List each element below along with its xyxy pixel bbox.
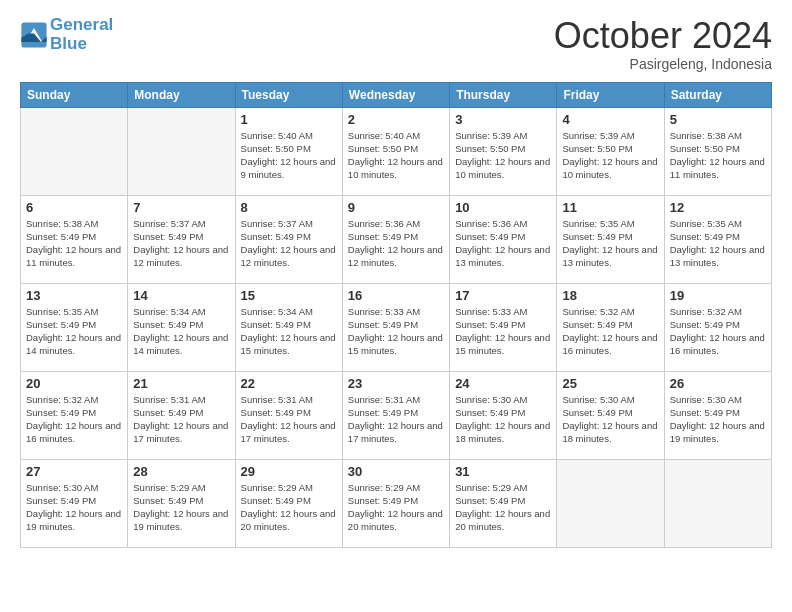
calendar-cell: 14Sunrise: 5:34 AM Sunset: 5:49 PM Dayli…: [128, 283, 235, 371]
day-info: Sunrise: 5:30 AM Sunset: 5:49 PM Dayligh…: [26, 481, 122, 534]
logo-line2: Blue: [50, 34, 87, 53]
calendar-cell: [664, 459, 771, 547]
calendar-row: 13Sunrise: 5:35 AM Sunset: 5:49 PM Dayli…: [21, 283, 772, 371]
day-number: 9: [348, 200, 444, 215]
calendar-cell: 19Sunrise: 5:32 AM Sunset: 5:49 PM Dayli…: [664, 283, 771, 371]
calendar-cell: 6Sunrise: 5:38 AM Sunset: 5:49 PM Daylig…: [21, 195, 128, 283]
weekday-header: Monday: [128, 82, 235, 107]
day-number: 21: [133, 376, 229, 391]
day-info: Sunrise: 5:36 AM Sunset: 5:49 PM Dayligh…: [455, 217, 551, 270]
weekday-header: Thursday: [450, 82, 557, 107]
logo: General Blue: [20, 16, 113, 53]
day-info: Sunrise: 5:38 AM Sunset: 5:50 PM Dayligh…: [670, 129, 766, 182]
day-info: Sunrise: 5:32 AM Sunset: 5:49 PM Dayligh…: [26, 393, 122, 446]
day-number: 15: [241, 288, 337, 303]
day-number: 18: [562, 288, 658, 303]
logo-icon: [20, 21, 48, 49]
day-number: 24: [455, 376, 551, 391]
calendar-cell: [128, 107, 235, 195]
day-number: 26: [670, 376, 766, 391]
day-info: Sunrise: 5:37 AM Sunset: 5:49 PM Dayligh…: [133, 217, 229, 270]
calendar-cell: 22Sunrise: 5:31 AM Sunset: 5:49 PM Dayli…: [235, 371, 342, 459]
calendar-cell: 26Sunrise: 5:30 AM Sunset: 5:49 PM Dayli…: [664, 371, 771, 459]
calendar: SundayMondayTuesdayWednesdayThursdayFrid…: [20, 82, 772, 548]
calendar-cell: 21Sunrise: 5:31 AM Sunset: 5:49 PM Dayli…: [128, 371, 235, 459]
day-number: 27: [26, 464, 122, 479]
day-info: Sunrise: 5:37 AM Sunset: 5:49 PM Dayligh…: [241, 217, 337, 270]
calendar-cell: 2Sunrise: 5:40 AM Sunset: 5:50 PM Daylig…: [342, 107, 449, 195]
day-number: 30: [348, 464, 444, 479]
calendar-body: 1Sunrise: 5:40 AM Sunset: 5:50 PM Daylig…: [21, 107, 772, 547]
calendar-cell: 9Sunrise: 5:36 AM Sunset: 5:49 PM Daylig…: [342, 195, 449, 283]
day-number: 20: [26, 376, 122, 391]
day-number: 29: [241, 464, 337, 479]
day-info: Sunrise: 5:39 AM Sunset: 5:50 PM Dayligh…: [455, 129, 551, 182]
calendar-cell: 8Sunrise: 5:37 AM Sunset: 5:49 PM Daylig…: [235, 195, 342, 283]
calendar-cell: 7Sunrise: 5:37 AM Sunset: 5:49 PM Daylig…: [128, 195, 235, 283]
calendar-cell: 4Sunrise: 5:39 AM Sunset: 5:50 PM Daylig…: [557, 107, 664, 195]
calendar-cell: 30Sunrise: 5:29 AM Sunset: 5:49 PM Dayli…: [342, 459, 449, 547]
calendar-cell: 15Sunrise: 5:34 AM Sunset: 5:49 PM Dayli…: [235, 283, 342, 371]
calendar-cell: 10Sunrise: 5:36 AM Sunset: 5:49 PM Dayli…: [450, 195, 557, 283]
calendar-row: 6Sunrise: 5:38 AM Sunset: 5:49 PM Daylig…: [21, 195, 772, 283]
calendar-cell: 23Sunrise: 5:31 AM Sunset: 5:49 PM Dayli…: [342, 371, 449, 459]
day-number: 7: [133, 200, 229, 215]
day-number: 3: [455, 112, 551, 127]
day-info: Sunrise: 5:29 AM Sunset: 5:49 PM Dayligh…: [348, 481, 444, 534]
day-number: 11: [562, 200, 658, 215]
day-number: 16: [348, 288, 444, 303]
day-number: 2: [348, 112, 444, 127]
calendar-cell: [21, 107, 128, 195]
calendar-cell: 3Sunrise: 5:39 AM Sunset: 5:50 PM Daylig…: [450, 107, 557, 195]
location: Pasirgeleng, Indonesia: [554, 56, 772, 72]
calendar-row: 27Sunrise: 5:30 AM Sunset: 5:49 PM Dayli…: [21, 459, 772, 547]
calendar-cell: 25Sunrise: 5:30 AM Sunset: 5:49 PM Dayli…: [557, 371, 664, 459]
day-info: Sunrise: 5:35 AM Sunset: 5:49 PM Dayligh…: [670, 217, 766, 270]
day-info: Sunrise: 5:34 AM Sunset: 5:49 PM Dayligh…: [133, 305, 229, 358]
calendar-cell: 16Sunrise: 5:33 AM Sunset: 5:49 PM Dayli…: [342, 283, 449, 371]
page: General Blue October 2024 Pasirgeleng, I…: [0, 0, 792, 612]
day-number: 17: [455, 288, 551, 303]
day-number: 19: [670, 288, 766, 303]
day-number: 31: [455, 464, 551, 479]
day-info: Sunrise: 5:35 AM Sunset: 5:49 PM Dayligh…: [562, 217, 658, 270]
day-info: Sunrise: 5:29 AM Sunset: 5:49 PM Dayligh…: [455, 481, 551, 534]
day-number: 1: [241, 112, 337, 127]
day-info: Sunrise: 5:39 AM Sunset: 5:50 PM Dayligh…: [562, 129, 658, 182]
calendar-cell: 24Sunrise: 5:30 AM Sunset: 5:49 PM Dayli…: [450, 371, 557, 459]
calendar-cell: 29Sunrise: 5:29 AM Sunset: 5:49 PM Dayli…: [235, 459, 342, 547]
calendar-cell: 18Sunrise: 5:32 AM Sunset: 5:49 PM Dayli…: [557, 283, 664, 371]
day-info: Sunrise: 5:38 AM Sunset: 5:49 PM Dayligh…: [26, 217, 122, 270]
calendar-header: SundayMondayTuesdayWednesdayThursdayFrid…: [21, 82, 772, 107]
weekday-header: Wednesday: [342, 82, 449, 107]
weekday-row: SundayMondayTuesdayWednesdayThursdayFrid…: [21, 82, 772, 107]
day-info: Sunrise: 5:33 AM Sunset: 5:49 PM Dayligh…: [348, 305, 444, 358]
day-info: Sunrise: 5:34 AM Sunset: 5:49 PM Dayligh…: [241, 305, 337, 358]
day-number: 14: [133, 288, 229, 303]
calendar-cell: 31Sunrise: 5:29 AM Sunset: 5:49 PM Dayli…: [450, 459, 557, 547]
day-info: Sunrise: 5:31 AM Sunset: 5:49 PM Dayligh…: [348, 393, 444, 446]
calendar-row: 1Sunrise: 5:40 AM Sunset: 5:50 PM Daylig…: [21, 107, 772, 195]
day-number: 25: [562, 376, 658, 391]
day-number: 10: [455, 200, 551, 215]
calendar-cell: 13Sunrise: 5:35 AM Sunset: 5:49 PM Dayli…: [21, 283, 128, 371]
day-number: 5: [670, 112, 766, 127]
day-number: 6: [26, 200, 122, 215]
logo-text: General Blue: [50, 16, 113, 53]
day-info: Sunrise: 5:30 AM Sunset: 5:49 PM Dayligh…: [455, 393, 551, 446]
day-info: Sunrise: 5:30 AM Sunset: 5:49 PM Dayligh…: [670, 393, 766, 446]
calendar-cell: 11Sunrise: 5:35 AM Sunset: 5:49 PM Dayli…: [557, 195, 664, 283]
day-info: Sunrise: 5:31 AM Sunset: 5:49 PM Dayligh…: [241, 393, 337, 446]
day-number: 8: [241, 200, 337, 215]
day-number: 28: [133, 464, 229, 479]
calendar-cell: 20Sunrise: 5:32 AM Sunset: 5:49 PM Dayli…: [21, 371, 128, 459]
day-info: Sunrise: 5:32 AM Sunset: 5:49 PM Dayligh…: [670, 305, 766, 358]
month-title: October 2024: [554, 16, 772, 56]
day-info: Sunrise: 5:33 AM Sunset: 5:49 PM Dayligh…: [455, 305, 551, 358]
day-number: 13: [26, 288, 122, 303]
day-info: Sunrise: 5:29 AM Sunset: 5:49 PM Dayligh…: [241, 481, 337, 534]
calendar-row: 20Sunrise: 5:32 AM Sunset: 5:49 PM Dayli…: [21, 371, 772, 459]
day-info: Sunrise: 5:40 AM Sunset: 5:50 PM Dayligh…: [348, 129, 444, 182]
calendar-cell: 27Sunrise: 5:30 AM Sunset: 5:49 PM Dayli…: [21, 459, 128, 547]
day-info: Sunrise: 5:30 AM Sunset: 5:49 PM Dayligh…: [562, 393, 658, 446]
